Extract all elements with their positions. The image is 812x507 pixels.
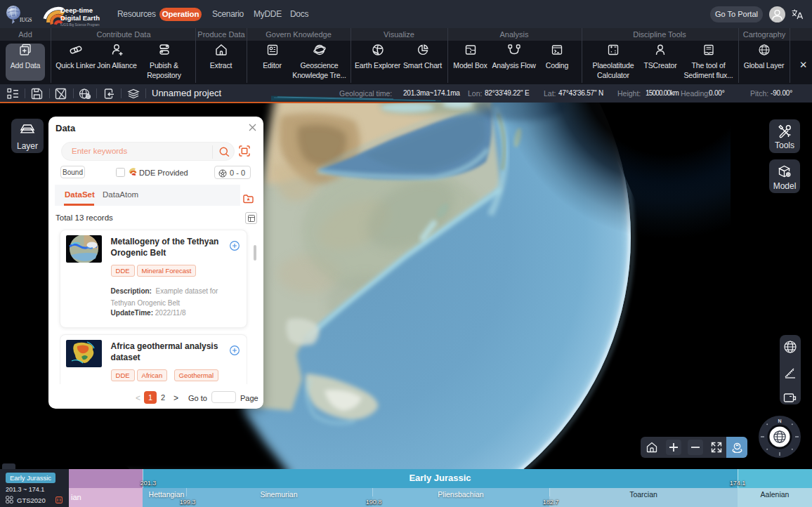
- svg-text:Deep-time: Deep-time: [60, 6, 93, 14]
- svg-text:N: N: [778, 419, 781, 423]
- svg-text:IUGS: IUGS: [20, 17, 32, 23]
- svg-text:IUGS Big Science Program: IUGS Big Science Program: [60, 23, 100, 27]
- svg-text:Digital Earth: Digital Earth: [60, 14, 100, 22]
